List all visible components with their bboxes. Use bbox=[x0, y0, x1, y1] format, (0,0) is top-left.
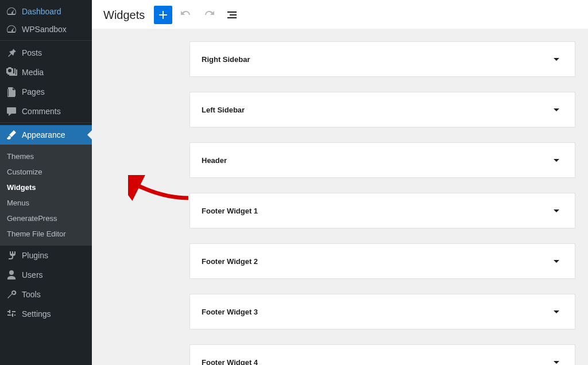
add-block-button[interactable] bbox=[154, 6, 172, 24]
widget-area-panel[interactable]: Left Sidebar bbox=[189, 92, 575, 127]
sidebar-item-label: Posts bbox=[22, 48, 42, 57]
sidebar-item-label: Appearance bbox=[22, 130, 65, 139]
sidebar-item-posts[interactable]: Posts bbox=[0, 43, 92, 63]
chevron-down-icon bbox=[550, 204, 563, 218]
sidebar-item-label: Plugins bbox=[22, 251, 48, 260]
brush-icon bbox=[6, 129, 17, 141]
chevron-down-icon bbox=[550, 254, 563, 268]
widget-area-panel[interactable]: Footer Widget 1 bbox=[189, 193, 575, 228]
sidebar-item-comments[interactable]: Comments bbox=[0, 102, 92, 121]
redo-icon bbox=[202, 8, 216, 22]
sidebar-item-wpsandbox[interactable]: WPSandbox bbox=[0, 20, 92, 39]
list-view-icon bbox=[225, 8, 239, 22]
widget-area-panel[interactable]: Footer Widget 2 bbox=[189, 243, 575, 279]
redo-button[interactable] bbox=[200, 6, 218, 24]
sidebar-item-label: Tools bbox=[22, 290, 41, 299]
sidebar-item-label: Comments bbox=[22, 107, 61, 116]
plus-icon bbox=[156, 8, 170, 22]
media-icon bbox=[6, 67, 17, 78]
sidebar-item-pages[interactable]: Pages bbox=[0, 82, 92, 102]
chevron-down-icon bbox=[550, 52, 563, 66]
widget-area-title: Left Sidebar bbox=[202, 106, 245, 114]
sidebar-item-label: Users bbox=[22, 270, 43, 279]
sidebar-item-dashboard[interactable]: Dashboard bbox=[0, 0, 92, 20]
sidebar-item-appearance[interactable]: Appearance bbox=[0, 125, 92, 145]
sidebar-item-settings[interactable]: Settings bbox=[0, 304, 92, 324]
widget-areas-list: Right Sidebar Left Sidebar Header Footer… bbox=[92, 29, 588, 365]
dashboard-icon bbox=[6, 6, 17, 17]
sliders-icon bbox=[6, 308, 17, 320]
widget-area-title: Footer Widget 3 bbox=[202, 308, 258, 316]
widget-area-title: Header bbox=[202, 156, 227, 165]
submenu-item-themes[interactable]: Themes bbox=[0, 149, 92, 164]
page-title: Widgets bbox=[103, 9, 145, 22]
widget-area-title: Footer Widget 4 bbox=[202, 358, 258, 366]
sidebar-submenu-appearance: Themes Customize Widgets Menus GenerateP… bbox=[0, 145, 92, 246]
pages-icon bbox=[6, 86, 17, 98]
user-icon bbox=[6, 269, 17, 281]
widget-area-panel[interactable]: Footer Widget 3 bbox=[189, 294, 575, 329]
widget-area-title: Right Sidebar bbox=[202, 55, 250, 64]
widget-area-panel[interactable]: Header bbox=[189, 142, 575, 178]
sidebar-item-label: Pages bbox=[22, 87, 45, 96]
dashboard-icon bbox=[6, 24, 17, 35]
comment-icon bbox=[6, 106, 17, 117]
editor-header: Widgets bbox=[92, 0, 588, 29]
undo-icon bbox=[179, 8, 193, 22]
admin-sidebar: Dashboard WPSandbox Posts Media Pages Co… bbox=[0, 0, 92, 365]
submenu-item-customize[interactable]: Customize bbox=[0, 164, 92, 180]
sidebar-item-label: Dashboard bbox=[22, 7, 61, 16]
sidebar-item-tools[interactable]: Tools bbox=[0, 285, 92, 304]
submenu-item-generatepress[interactable]: GeneratePress bbox=[0, 211, 92, 226]
widget-area-panel[interactable]: Footer Widget 4 bbox=[189, 344, 575, 365]
widget-area-title: Footer Widget 1 bbox=[202, 207, 258, 215]
widget-area-panel[interactable]: Right Sidebar bbox=[189, 41, 575, 77]
undo-button[interactable] bbox=[177, 6, 195, 24]
sidebar-item-media[interactable]: Media bbox=[0, 63, 92, 82]
chevron-down-icon bbox=[550, 355, 563, 365]
sidebar-item-users[interactable]: Users bbox=[0, 265, 92, 285]
plugin-icon bbox=[6, 250, 17, 261]
list-view-button[interactable] bbox=[223, 6, 241, 24]
sidebar-item-label: WPSandbox bbox=[22, 25, 67, 34]
widget-area-title: Footer Widget 2 bbox=[202, 257, 258, 266]
chevron-down-icon bbox=[550, 305, 563, 319]
submenu-item-menus[interactable]: Menus bbox=[0, 195, 92, 211]
chevron-down-icon bbox=[550, 103, 563, 117]
wrench-icon bbox=[6, 289, 17, 300]
pin-icon bbox=[6, 47, 17, 59]
main-content: Widgets Right Sidebar Left Sidebar Heade… bbox=[92, 0, 588, 365]
sidebar-item-plugins[interactable]: Plugins bbox=[0, 246, 92, 265]
submenu-item-theme-file-editor[interactable]: Theme File Editor bbox=[0, 226, 92, 242]
chevron-down-icon bbox=[550, 153, 563, 167]
sidebar-item-label: Media bbox=[22, 68, 44, 77]
submenu-item-widgets[interactable]: Widgets bbox=[0, 180, 92, 195]
sidebar-item-label: Settings bbox=[22, 309, 51, 319]
